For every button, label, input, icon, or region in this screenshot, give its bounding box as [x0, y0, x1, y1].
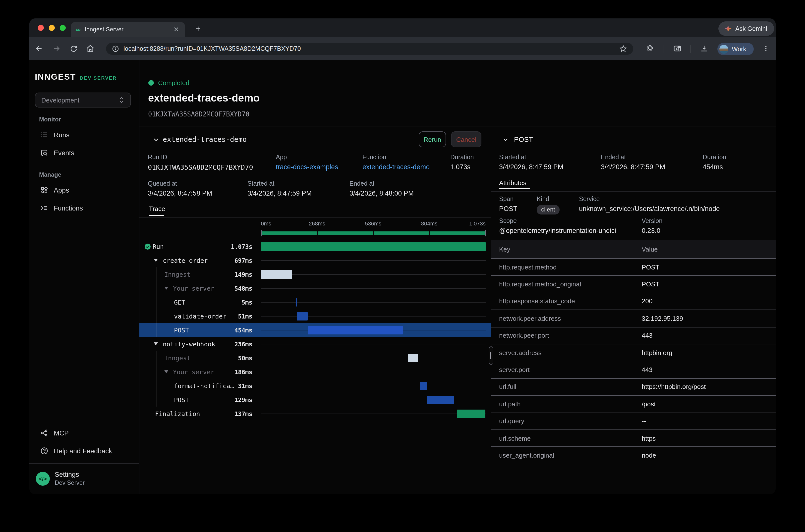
run-id: 01KJXTWA35SA8D2MCQF7BXYD70 [148, 111, 249, 118]
profile-button[interactable]: Work [717, 43, 754, 55]
url-text[interactable]: localhost:8288/run?runID=01KJXTWA35SA8D2… [124, 45, 615, 52]
trace-row-your-server[interactable]: Your server186ms [139, 365, 491, 379]
home-icon[interactable] [82, 37, 98, 60]
span-duration: 51ms [139, 313, 252, 320]
span-bar[interactable] [408, 354, 418, 362]
span-bar[interactable] [308, 326, 403, 334]
browser-window: ∞ Inngest Server ✕ + Ask Gemini [30, 18, 775, 494]
tab-trace[interactable]: Trace [149, 205, 165, 212]
table-row: url.path/post [491, 396, 775, 413]
sidebar-item-help-and-feedback[interactable]: Help and Feedback [30, 442, 139, 460]
bookmark-star-icon[interactable] [619, 45, 627, 53]
macos-zoom-button[interactable] [60, 25, 66, 31]
trace-row-finalization[interactable]: Finalization137ms [139, 406, 491, 420]
collapse-chevron-icon[interactable] [502, 136, 508, 143]
span-bar[interactable] [296, 298, 297, 306]
environment-select[interactable]: Development [35, 93, 131, 108]
sidebar-section-monitor: MonitorRunsEvents [30, 116, 139, 162]
trace-row-format-notifica-[interactable]: format-notifica…31ms [139, 379, 491, 393]
collapse-chevron-icon[interactable] [153, 136, 159, 143]
sidebar-divider [30, 463, 139, 464]
inngest-app: INNGEST DEV SERVER Development MonitorRu… [30, 60, 775, 494]
meta-value: 3/4/2026, 8:47:59 PM [601, 163, 665, 171]
cancel-button[interactable]: Cancel [451, 131, 482, 147]
span-bar[interactable] [297, 312, 308, 320]
browser-tab[interactable]: ∞ Inngest Server ✕ [71, 22, 185, 37]
axis-tick: 536ms [365, 221, 381, 226]
span-bar[interactable] [420, 381, 427, 390]
table-row: http.request.method_originalPOST [491, 276, 775, 293]
span-bar[interactable] [261, 270, 292, 279]
tab-search-icon[interactable] [669, 37, 686, 60]
sidebar-section-manage: ManageAppsFunctions [30, 171, 139, 217]
trace-row-post[interactable]: POST129ms [139, 393, 491, 406]
download-icon[interactable] [695, 37, 712, 60]
span-duration: 50ms [139, 355, 252, 362]
meta-function: Functionextended-traces-demo [362, 154, 430, 171]
axis-tick: 0ms [261, 221, 271, 226]
span-duration: 236ms [139, 341, 252, 348]
timeline-minimap[interactable] [261, 230, 486, 236]
attr-key: network.peer.address [499, 315, 561, 322]
meta-value-link[interactable]: trace-docs-examples [276, 163, 338, 171]
trace-row-your-server[interactable]: Your server548ms [139, 281, 491, 295]
sidebar-item-label: MCP [54, 429, 69, 437]
attr-value: httpbin.org [642, 349, 672, 356]
sidebar-item-runs[interactable]: Runs [30, 126, 139, 144]
span-bar[interactable] [457, 409, 486, 418]
trace-row-get[interactable]: GET5ms [139, 295, 491, 309]
meta-value: 454ms [703, 163, 726, 171]
sidebar-item-events[interactable]: Events [30, 144, 139, 162]
span-detail-panel: POST Started at3/4/2026, 8:47:59 PMEnded… [491, 127, 775, 494]
macos-minimize-button[interactable] [49, 25, 55, 31]
tabbar-divider [491, 191, 775, 192]
trace-row-validate-order[interactable]: validate-order51ms [139, 309, 491, 323]
status-dot-icon [148, 80, 154, 86]
timeline-baseline [261, 274, 486, 274]
trace-row-inngest[interactable]: Inngest50ms [139, 351, 491, 365]
attr-key: server.port [499, 366, 530, 374]
span-duration: 137ms [139, 410, 252, 417]
attr-key: url.query [499, 417, 524, 425]
trace-section-title[interactable]: extended-traces-demo [163, 135, 247, 143]
tab-close-icon[interactable]: ✕ [172, 25, 180, 33]
axis-tick: 804ms [421, 221, 437, 226]
trace-row-notify-webhook[interactable]: notify-webhook236ms [139, 337, 491, 351]
span-bar[interactable] [427, 395, 454, 404]
sidebar-section-label: Monitor [30, 116, 139, 123]
meta-label: Ended at [601, 154, 665, 161]
table-row: server.addresshttpbin.org [491, 344, 775, 362]
ask-gemini-label: Ask Gemini [735, 25, 767, 32]
sidebar-item-label: Events [54, 149, 74, 156]
minimap-cap-left [261, 230, 262, 236]
sidebar-item-apps[interactable]: Apps [30, 181, 139, 199]
apps-icon [40, 186, 48, 194]
address-bar[interactable]: localhost:8288/run?runID=01KJXTWA35SA8D2… [106, 43, 633, 55]
back-icon[interactable] [30, 37, 47, 60]
rerun-button[interactable]: Rerun [419, 131, 446, 147]
extensions-icon[interactable] [642, 37, 659, 60]
meta-app: Apptrace-docs-examples [276, 154, 338, 171]
sidebar-item-settings[interactable]: </> Settings Dev Server [36, 471, 85, 486]
meta-value-link[interactable]: extended-traces-demo [362, 163, 430, 171]
trace-row-inngest[interactable]: Inngest149ms [139, 267, 491, 281]
settings-subtitle: Dev Server [55, 479, 85, 486]
site-info-icon[interactable] [112, 45, 119, 52]
span-bar[interactable] [261, 242, 486, 251]
forward-icon[interactable] [48, 37, 65, 60]
settings-label: Settings [55, 471, 85, 478]
ask-gemini-button[interactable]: Ask Gemini [718, 21, 774, 36]
trace-row-run[interactable]: Run1.073s [139, 240, 491, 253]
timeline-baseline [261, 344, 486, 344]
table-row: network.peer.address32.192.95.139 [491, 310, 775, 327]
macos-close-button[interactable] [38, 25, 44, 31]
trace-row-create-order[interactable]: create-order697ms [139, 253, 491, 267]
sidebar-item-functions[interactable]: Functions [30, 199, 139, 217]
trace-row-post[interactable]: POST454ms [139, 323, 491, 337]
tab-attributes[interactable]: Attributes [499, 179, 526, 187]
browser-menu-icon[interactable] [757, 37, 774, 60]
new-tab-button[interactable]: + [192, 23, 205, 36]
reload-icon[interactable] [65, 37, 82, 60]
sidebar-item-mcp[interactable]: MCP [30, 424, 139, 442]
attr-key: user_agent.original [499, 452, 554, 459]
